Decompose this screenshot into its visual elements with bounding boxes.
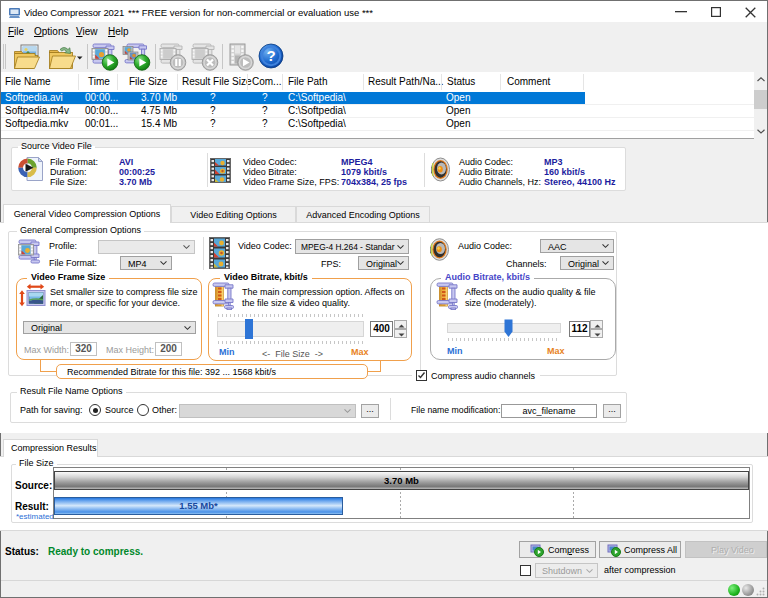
svg-text:?: ? bbox=[266, 47, 275, 64]
